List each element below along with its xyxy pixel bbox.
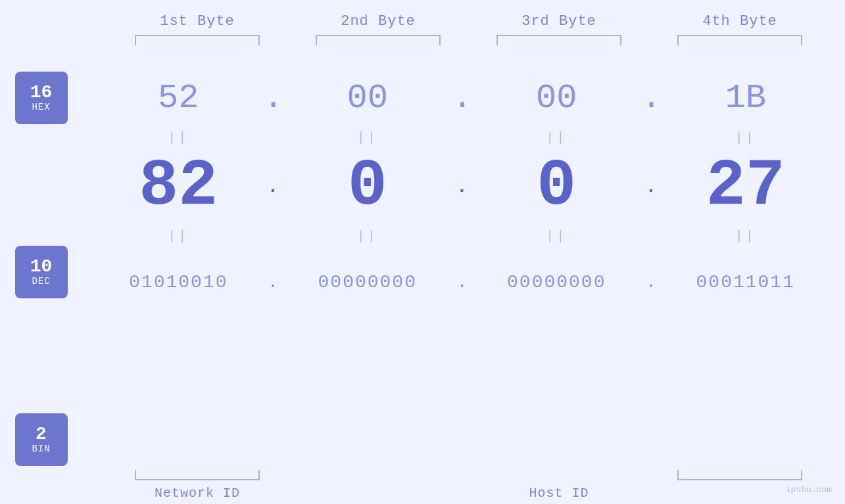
- bottom-brackets: [107, 470, 831, 480]
- byte2-header: 2nd Byte: [288, 13, 469, 35]
- dec-b1: 82: [94, 154, 264, 219]
- bin-b3: 00000000: [472, 272, 642, 292]
- byte4-header: 4th Byte: [650, 13, 831, 35]
- pipe-3: ||: [472, 130, 642, 145]
- bracket-bot-cell-3: [469, 470, 650, 480]
- bracket-bot-cell-4: [650, 470, 831, 480]
- bracket-top-4: [677, 35, 802, 45]
- hex-dot3: .: [641, 79, 661, 118]
- content-area: 16 HEX 10 DEC 2 BIN 52 . 00 . 00 . 1B: [15, 65, 831, 466]
- byte3-header: 3rd Byte: [469, 13, 650, 35]
- bin-dot1: .: [263, 272, 283, 292]
- bin-badge: 2 BIN: [15, 413, 68, 466]
- bin-row: 01010010 . 00000000 . 00000000 . 0001101…: [94, 262, 831, 302]
- byte-headers: 1st Byte 2nd Byte 3rd Byte 4th Byte: [107, 13, 831, 35]
- bracket-bot-cell-2: [288, 470, 469, 480]
- hex-dot1: .: [263, 79, 283, 118]
- hex-b1: 52: [94, 79, 264, 118]
- byte1-header: 1st Byte: [107, 13, 288, 35]
- pipe-8: ||: [661, 229, 831, 244]
- bin-b2: 00000000: [283, 272, 452, 292]
- bracket-cell-3: [469, 35, 650, 45]
- dec-badge: 10 DEC: [15, 246, 68, 298]
- bracket-top-2: [316, 35, 441, 45]
- watermark: ipshu.com: [786, 485, 832, 495]
- hex-b4: 1B: [661, 79, 831, 118]
- hex-b2: 00: [283, 79, 452, 118]
- dec-b3: 0: [472, 154, 642, 219]
- bracket-bottom-1: [135, 470, 260, 480]
- values-grid: 52 . 00 . 00 . 1B || || || || 82: [94, 65, 831, 302]
- dec-b2: 0: [283, 154, 452, 219]
- pipe-5: ||: [94, 229, 264, 244]
- pipe-7: ||: [472, 229, 642, 244]
- id-labels: Network ID Host ID: [107, 486, 831, 501]
- dec-dot2: .: [452, 177, 472, 197]
- bracket-bot-cell-1: [107, 470, 288, 480]
- bin-badge-number: 2: [36, 425, 47, 444]
- dec-badge-number: 10: [30, 258, 53, 276]
- bracket-top-3: [496, 35, 621, 45]
- hex-badge: 16 HEX: [15, 72, 68, 124]
- bin-dot3: .: [641, 272, 661, 292]
- top-brackets: [107, 35, 831, 45]
- pipe-row-1: || || || ||: [94, 124, 831, 150]
- bin-b1: 01010010: [94, 272, 264, 292]
- pipe-4: ||: [661, 130, 831, 145]
- hex-row: 52 . 00 . 00 . 1B: [94, 72, 831, 124]
- network-id-label: Network ID: [107, 486, 288, 501]
- main-container: 1st Byte 2nd Byte 3rd Byte 4th Byte 16 H…: [0, 0, 845, 504]
- bin-dot2: .: [452, 272, 472, 292]
- hex-badge-number: 16: [30, 83, 53, 102]
- bracket-cell-2: [288, 35, 469, 45]
- pipe-1: ||: [94, 130, 264, 145]
- bin-b4: 00011011: [661, 272, 831, 292]
- hex-b3: 00: [472, 79, 642, 118]
- bracket-cell-1: [107, 35, 288, 45]
- hex-dot2: .: [452, 79, 472, 118]
- dec-dot1: .: [263, 177, 283, 197]
- dec-badge-label: DEC: [32, 276, 50, 286]
- pipe-2: ||: [283, 130, 452, 145]
- dec-row: 82 . 0 . 0 . 27: [94, 150, 831, 223]
- host-id-label: Host ID: [288, 486, 831, 501]
- hex-badge-label: HEX: [32, 102, 50, 112]
- pipe-row-2: || || || ||: [94, 223, 831, 249]
- dec-dot3: .: [641, 177, 661, 197]
- bracket-cell-4: [650, 35, 831, 45]
- bracket-bottom-4: [677, 470, 802, 480]
- dec-b4: 27: [661, 154, 831, 219]
- left-badges: 16 HEX 10 DEC 2 BIN: [15, 65, 94, 466]
- bin-badge-label: BIN: [32, 444, 50, 454]
- bracket-top-1: [135, 35, 260, 45]
- pipe-6: ||: [283, 229, 452, 244]
